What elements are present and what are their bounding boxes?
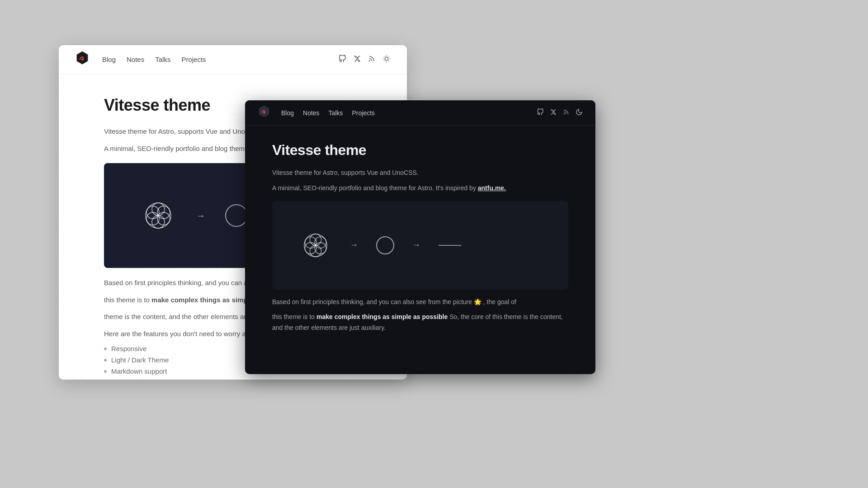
list-item: MDXi support, markdown and plugins [104, 379, 362, 380]
svg-point-19 [564, 114, 564, 114]
geo-circles-dark [299, 229, 332, 262]
dash-dark [439, 245, 461, 246]
nav-talks-light[interactable]: Talks [155, 56, 170, 63]
dark-window: Blog Notes Talks Projects [245, 100, 595, 374]
page-title-dark: Vitesse theme [272, 142, 568, 159]
circle-dark [376, 236, 394, 254]
desc2-dark: A minimal, SEO-riendly portfolio and blo… [272, 183, 568, 194]
nav-notes-light[interactable]: Notes [127, 56, 144, 63]
nav-projects-dark[interactable]: Projects [352, 109, 375, 117]
desc1-dark: Vitesse theme for Astro, supports Vue an… [272, 168, 568, 178]
svg-line-5 [384, 56, 384, 56]
arrow1-light: → [196, 211, 205, 221]
nav-icons-dark [537, 108, 583, 117]
nav-icons-light [338, 55, 391, 65]
desc4-dark: this theme is to make complex things as … [272, 312, 568, 333]
circle-light [225, 204, 248, 227]
logo-light[interactable] [75, 51, 90, 69]
svg-point-0 [81, 59, 83, 61]
theme-toggle-light[interactable] [382, 55, 391, 65]
nav-blog-dark[interactable]: Blog [281, 109, 294, 117]
github-icon-light[interactable] [338, 55, 346, 65]
rss-icon-dark[interactable] [563, 109, 569, 117]
svg-line-9 [384, 61, 384, 61]
nav-notes-dark[interactable]: Notes [303, 109, 320, 117]
hero-image-dark: → → [272, 201, 568, 290]
twitter-icon-dark[interactable] [550, 109, 557, 117]
nav-blog-light[interactable]: Blog [102, 56, 116, 63]
nav-links-light: Blog Notes Talks Projects [102, 56, 326, 63]
antfu-link[interactable]: antfu.me. [478, 184, 506, 192]
nav-talks-dark[interactable]: Talks [329, 109, 343, 117]
nav-dark: Blog Notes Talks Projects [245, 100, 595, 126]
arrow2-dark: → [412, 240, 420, 250]
svg-line-10 [389, 56, 389, 56]
content-dark: Vitesse theme Vitesse theme for Astro, s… [245, 126, 595, 333]
github-icon-dark[interactable] [537, 108, 544, 117]
emoji-dark: 🌟 [474, 298, 481, 305]
bold-text-dark: make complex things as simple as possibl… [316, 313, 448, 320]
arrow1-dark: → [350, 240, 358, 250]
rss-icon-light[interactable] [368, 55, 375, 64]
svg-line-6 [389, 61, 389, 61]
svg-point-1 [369, 61, 370, 61]
nav-light: Blog Notes Talks Projects [59, 45, 407, 74]
svg-point-2 [385, 57, 388, 61]
geo-circles-light [140, 197, 176, 234]
twitter-icon-light[interactable] [354, 55, 361, 64]
desc3-dark: Based on first principles thinking, and … [272, 297, 568, 308]
svg-point-18 [263, 112, 265, 114]
logo-dark[interactable] [258, 105, 270, 121]
nav-projects-light[interactable]: Projects [181, 56, 206, 63]
theme-toggle-dark[interactable] [576, 108, 583, 117]
nav-links-dark: Blog Notes Talks Projects [281, 109, 526, 117]
